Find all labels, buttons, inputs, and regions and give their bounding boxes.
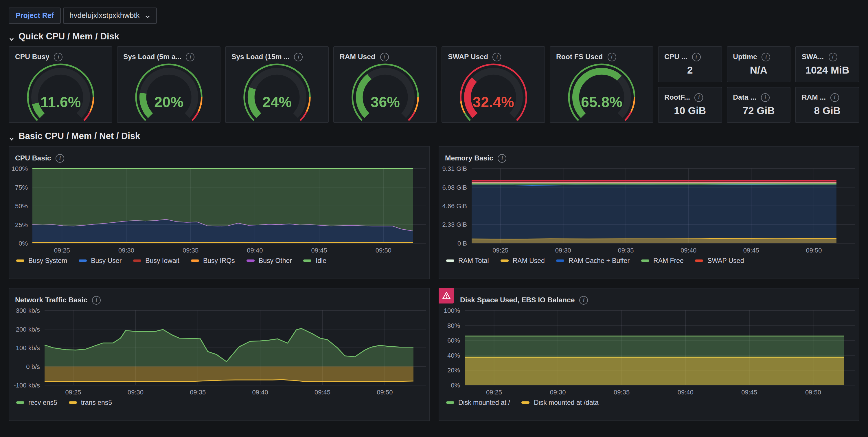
cpu-basic-legend: Busy SystemBusy UserBusy IowaitBusy IRQs… xyxy=(9,255,429,264)
legend-chip xyxy=(522,401,530,404)
panel-ram-used: RAM Usedi 36% xyxy=(333,46,437,123)
svg-text:40%: 40% xyxy=(447,352,460,359)
legend-item[interactable]: Busy System xyxy=(16,257,67,264)
section-basic-cpu-mem-net-disk[interactable]: Basic CPU / Mem / Net / Disk xyxy=(9,131,859,141)
panel-title: RootF... xyxy=(664,93,690,101)
memory-basic-chart: 0 B2.33 GiB4.66 GiB6.98 GiB9.31 GiB09:25… xyxy=(439,166,859,255)
svg-text:20%: 20% xyxy=(447,367,460,374)
svg-text:65.8%: 65.8% xyxy=(581,93,622,110)
info-icon[interactable]: i xyxy=(186,52,195,61)
memory-basic-legend: RAM TotalRAM UsedRAM Cache + BufferRAM F… xyxy=(439,255,859,264)
legend-item[interactable]: Disk mounted at /data xyxy=(522,399,599,406)
info-icon[interactable]: i xyxy=(92,296,101,304)
ram-used-gauge: 36% xyxy=(339,63,431,122)
info-icon[interactable]: i xyxy=(692,52,701,61)
info-icon[interactable]: i xyxy=(695,93,703,101)
panel-sys-load-5m: Sys Load (5m a...i 20% xyxy=(117,46,220,123)
quick-row: CPU Busyi 11.6% Sys Load (5m a...i 20% S… xyxy=(9,46,859,123)
info-icon[interactable]: i xyxy=(498,154,507,163)
info-icon[interactable]: i xyxy=(830,93,839,101)
legend-chip xyxy=(247,260,255,262)
legend-label: Busy Other xyxy=(259,257,292,264)
panel-cpu-basic: CPU Basici 0%25%50%75%100%09:2509:3009:3… xyxy=(9,146,430,279)
disk-space-chart: 0%20%40%60%80%100%09:2509:3009:3509:4009… xyxy=(439,308,859,397)
info-icon[interactable]: i xyxy=(493,52,501,61)
cpu-basic-chart: 0%25%50%75%100%09:2509:3009:3509:4009:45… xyxy=(9,166,429,255)
info-icon[interactable]: i xyxy=(294,52,303,61)
alert-warning-badge[interactable] xyxy=(439,288,454,303)
info-icon[interactable]: i xyxy=(828,52,837,61)
legend-item[interactable]: recv ens5 xyxy=(16,399,57,406)
legend-item[interactable]: Idle xyxy=(304,257,327,264)
panel-title: CPU ... xyxy=(664,53,687,61)
legend-label: Idle xyxy=(316,257,327,264)
panel-title: Network Traffic Basic xyxy=(15,296,87,304)
legend-item[interactable]: RAM Free xyxy=(641,257,684,264)
svg-text:100%: 100% xyxy=(444,308,460,314)
chevron-down-icon xyxy=(9,134,14,140)
disk-space-legend: Disk mounted at /Disk mounted at /data xyxy=(439,397,859,406)
panel-title: Sys Load (15m ... xyxy=(231,53,290,61)
info-icon[interactable]: i xyxy=(761,93,770,101)
panel-rootfs-total: RootF...i 10 GiB xyxy=(658,87,722,123)
section-quick-cpu-mem-disk[interactable]: Quick CPU / Mem / Disk xyxy=(9,31,859,42)
legend-item[interactable]: Busy Other xyxy=(247,257,292,264)
svg-text:20%: 20% xyxy=(154,93,183,110)
svg-text:09:30: 09:30 xyxy=(128,389,144,396)
svg-text:09:30: 09:30 xyxy=(555,247,571,254)
legend-item[interactable]: Disk mounted at / xyxy=(446,399,510,406)
legend-chip xyxy=(695,260,703,262)
svg-text:80%: 80% xyxy=(447,322,460,329)
section-title: Basic CPU / Mem / Net / Disk xyxy=(19,131,140,141)
stat-value: 10 GiB xyxy=(658,103,721,122)
legend-item[interactable]: Busy Iowait xyxy=(133,257,179,264)
svg-text:11.6%: 11.6% xyxy=(40,93,81,110)
legend-label: RAM Total xyxy=(458,257,489,264)
legend-item[interactable]: RAM Used xyxy=(500,257,545,264)
info-icon[interactable]: i xyxy=(380,52,389,61)
panel-title: Sys Load (5m a... xyxy=(123,53,181,61)
legend-item[interactable]: Busy User xyxy=(79,257,122,264)
svg-text:09:35: 09:35 xyxy=(183,247,198,254)
legend-label: trans ens5 xyxy=(81,399,112,406)
svg-text:60%: 60% xyxy=(447,337,460,344)
info-icon[interactable]: i xyxy=(579,296,588,304)
panel-data-disk-total: Data ...i 72 GiB xyxy=(726,87,790,123)
project-ref-dropdown[interactable]: hvdelujxlxstpxkhwbtk xyxy=(63,7,157,24)
svg-text:09:30: 09:30 xyxy=(550,389,566,396)
info-icon[interactable]: i xyxy=(56,154,64,163)
svg-text:09:35: 09:35 xyxy=(614,389,629,396)
variable-controls: Project Ref hvdelujxlxstpxkhwbtk xyxy=(9,7,859,23)
legend-label: Disk mounted at /data xyxy=(534,399,599,406)
legend-item[interactable]: SWAP Used xyxy=(695,257,744,264)
panel-title: CPU Busy xyxy=(15,53,50,61)
svg-text:32.4%: 32.4% xyxy=(473,93,514,110)
panel-disk-space-ebs: Disk Space Used, EBS IO Balancei 0%20%40… xyxy=(439,288,859,421)
svg-text:9.31 GiB: 9.31 GiB xyxy=(442,166,467,172)
panel-cpu-busy: CPU Busyi 11.6% xyxy=(9,46,112,123)
legend-chip xyxy=(79,260,87,262)
chevron-down-icon xyxy=(9,34,14,40)
legend-item[interactable]: trans ens5 xyxy=(69,399,112,406)
sys-load-5m-gauge: 20% xyxy=(123,63,214,122)
svg-text:09:45: 09:45 xyxy=(311,247,327,254)
cpu-busy-gauge: 11.6% xyxy=(15,63,106,122)
svg-text:0%: 0% xyxy=(19,240,28,247)
svg-text:-100 kb/s: -100 kb/s xyxy=(14,382,40,389)
svg-text:100%: 100% xyxy=(11,166,28,172)
info-icon[interactable]: i xyxy=(54,52,63,61)
legend-label: recv ens5 xyxy=(28,399,57,406)
stat-value: 72 GiB xyxy=(727,103,790,122)
svg-text:36%: 36% xyxy=(371,93,400,110)
legend-chip xyxy=(446,401,454,404)
svg-text:0 B: 0 B xyxy=(458,240,467,247)
legend-item[interactable]: RAM Cache + Buffer xyxy=(556,257,629,264)
panel-sys-load-15m: Sys Load (15m ...i 24% xyxy=(225,46,329,123)
legend-label: RAM Free xyxy=(653,257,684,264)
svg-text:09:45: 09:45 xyxy=(741,389,757,396)
legend-item[interactable]: RAM Total xyxy=(446,257,489,264)
info-icon[interactable]: i xyxy=(762,52,771,61)
legend-label: Busy User xyxy=(91,257,122,264)
info-icon[interactable]: i xyxy=(607,52,616,61)
legend-item[interactable]: Busy IRQs xyxy=(191,257,235,264)
